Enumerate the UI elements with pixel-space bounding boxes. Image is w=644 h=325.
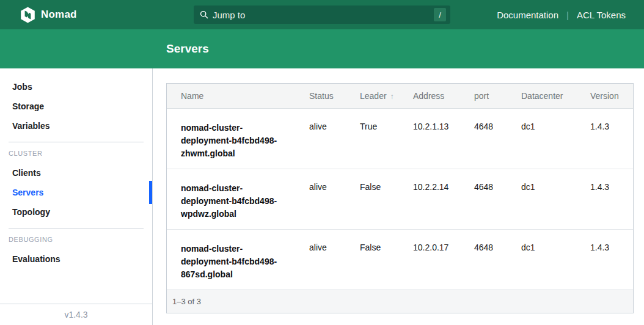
active-indicator bbox=[149, 181, 152, 204]
server-address: 10.2.0.17 bbox=[413, 229, 474, 290]
sort-ascending-icon: ↑ bbox=[390, 92, 394, 101]
table-row[interactable]: nomad-cluster-deployment-b4fcbd498-867sd… bbox=[167, 229, 633, 290]
version-label: v1.4.3 bbox=[64, 310, 87, 320]
search-icon bbox=[200, 10, 208, 19]
server-name: nomad-cluster-deployment-b4fcbd498-wpdwz… bbox=[181, 182, 291, 221]
top-navbar: Nomad / Documentation | ACL Tokens bbox=[0, 0, 644, 29]
sidebar-divider bbox=[9, 228, 144, 228]
sidebar-item-variables[interactable]: Variables bbox=[0, 116, 152, 136]
column-header-address[interactable]: Address bbox=[413, 84, 474, 108]
column-header-leader[interactable]: Leader↑ bbox=[360, 84, 413, 108]
server-port: 4648 bbox=[474, 169, 521, 229]
acl-tokens-link[interactable]: ACL Tokens bbox=[577, 10, 626, 20]
brand-name: Nomad bbox=[41, 9, 77, 21]
sidebar-item-evaluations[interactable]: Evaluations bbox=[0, 249, 152, 269]
sidebar-item-topology[interactable]: Topology bbox=[0, 202, 152, 222]
column-header-version[interactable]: Version bbox=[590, 84, 633, 108]
sidebar-item-storage[interactable]: Storage bbox=[0, 97, 152, 116]
pagination-range: 1–3 of 3 bbox=[172, 297, 201, 306]
server-version: 1.4.3 bbox=[590, 108, 633, 169]
link-separator: | bbox=[566, 10, 569, 20]
topbar-links: Documentation | ACL Tokens bbox=[497, 10, 644, 20]
server-name: nomad-cluster-deployment-b4fcbd498-867sd… bbox=[181, 243, 291, 281]
server-port: 4648 bbox=[474, 108, 521, 169]
column-header-port[interactable]: port bbox=[474, 84, 521, 108]
page-header: Servers bbox=[0, 29, 644, 68]
sidebar-section-cluster: CLUSTER bbox=[9, 148, 152, 158]
table-header-row: Name Status Leader↑ Address port Datacen… bbox=[167, 84, 633, 108]
server-leader: False bbox=[360, 169, 413, 229]
sidebar-item-clients[interactable]: Clients bbox=[0, 163, 152, 183]
server-status: alive bbox=[309, 229, 360, 290]
pagination-bar: 1–3 of 3 bbox=[167, 290, 633, 313]
jump-to-searchbox[interactable]: / bbox=[194, 5, 450, 24]
server-port: 4648 bbox=[474, 229, 521, 290]
server-status: alive bbox=[309, 108, 360, 169]
version-footer: v1.4.3 bbox=[0, 304, 152, 325]
column-header-status[interactable]: Status bbox=[309, 84, 360, 108]
table-row[interactable]: nomad-cluster-deployment-b4fcbd498-zhwmt… bbox=[167, 108, 633, 169]
nomad-logo-icon bbox=[20, 7, 35, 23]
server-address: 10.2.1.13 bbox=[413, 108, 474, 169]
nomad-brand-link[interactable]: Nomad bbox=[0, 7, 77, 23]
server-version: 1.4.3 bbox=[590, 229, 633, 290]
documentation-link[interactable]: Documentation bbox=[497, 10, 558, 20]
keyboard-shortcut-hint: / bbox=[434, 8, 446, 21]
server-leader: True bbox=[360, 108, 413, 169]
page-title: Servers bbox=[0, 42, 209, 56]
main-content: Name Status Leader↑ Address port Datacen… bbox=[153, 68, 644, 325]
sidebar-section-debugging: DEBUGGING bbox=[9, 235, 152, 244]
table-row[interactable]: nomad-cluster-deployment-b4fcbd498-wpdwz… bbox=[167, 169, 633, 229]
server-leader: False bbox=[360, 229, 413, 290]
servers-table: Name Status Leader↑ Address port Datacen… bbox=[166, 83, 634, 313]
column-header-datacenter[interactable]: Datacenter bbox=[521, 84, 590, 108]
server-datacenter: dc1 bbox=[521, 108, 590, 169]
server-version: 1.4.3 bbox=[590, 169, 633, 229]
server-address: 10.2.2.14 bbox=[413, 169, 474, 229]
search-input[interactable] bbox=[213, 10, 434, 20]
nomad-ui-window: Nomad / Documentation | ACL Tokens Serve… bbox=[0, 0, 644, 325]
sidebar-item-servers[interactable]: Servers bbox=[0, 183, 152, 202]
server-name: nomad-cluster-deployment-b4fcbd498-zhwmt… bbox=[181, 122, 291, 160]
server-datacenter: dc1 bbox=[521, 229, 590, 290]
sidebar: Jobs Storage Variables CLUSTER Clients S… bbox=[0, 68, 153, 325]
server-datacenter: dc1 bbox=[521, 169, 590, 229]
server-status: alive bbox=[309, 169, 360, 229]
column-header-name[interactable]: Name bbox=[167, 84, 309, 108]
sidebar-divider bbox=[9, 142, 144, 142]
sidebar-item-jobs[interactable]: Jobs bbox=[0, 77, 152, 97]
